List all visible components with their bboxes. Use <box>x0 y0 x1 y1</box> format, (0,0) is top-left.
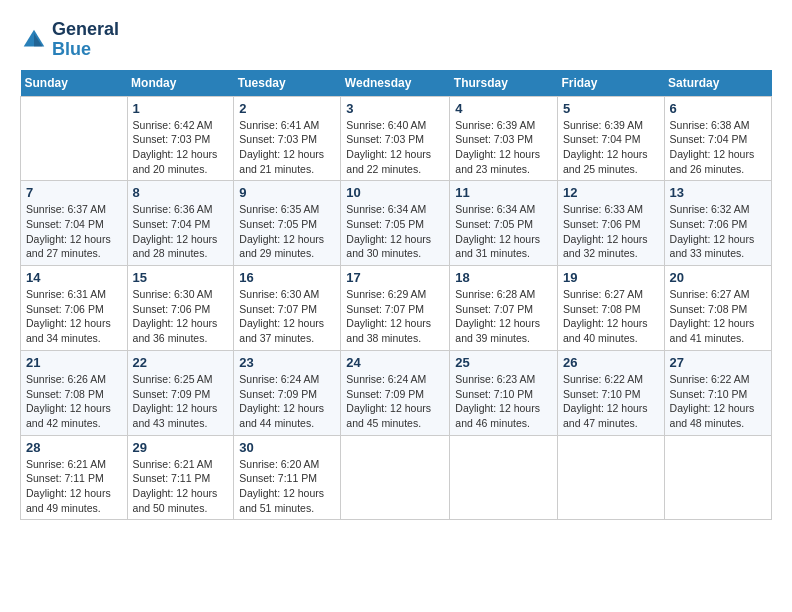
day-info: Sunrise: 6:20 AMSunset: 7:11 PMDaylight:… <box>239 457 335 516</box>
days-header-row: SundayMondayTuesdayWednesdayThursdayFrid… <box>21 70 772 97</box>
day-info: Sunrise: 6:42 AMSunset: 7:03 PMDaylight:… <box>133 118 229 177</box>
logo-text: General Blue <box>52 20 119 60</box>
day-number: 30 <box>239 440 335 455</box>
week-row-5: 28Sunrise: 6:21 AMSunset: 7:11 PMDayligh… <box>21 435 772 520</box>
day-number: 24 <box>346 355 444 370</box>
day-info: Sunrise: 6:35 AMSunset: 7:05 PMDaylight:… <box>239 202 335 261</box>
day-number: 16 <box>239 270 335 285</box>
day-cell-16: 16Sunrise: 6:30 AMSunset: 7:07 PMDayligh… <box>234 266 341 351</box>
day-info: Sunrise: 6:22 AMSunset: 7:10 PMDaylight:… <box>670 372 766 431</box>
day-info: Sunrise: 6:32 AMSunset: 7:06 PMDaylight:… <box>670 202 766 261</box>
day-cell-19: 19Sunrise: 6:27 AMSunset: 7:08 PMDayligh… <box>557 266 664 351</box>
day-number: 2 <box>239 101 335 116</box>
day-info: Sunrise: 6:41 AMSunset: 7:03 PMDaylight:… <box>239 118 335 177</box>
day-number: 22 <box>133 355 229 370</box>
day-info: Sunrise: 6:24 AMSunset: 7:09 PMDaylight:… <box>346 372 444 431</box>
empty-cell <box>664 435 771 520</box>
day-number: 25 <box>455 355 552 370</box>
day-cell-6: 6Sunrise: 6:38 AMSunset: 7:04 PMDaylight… <box>664 96 771 181</box>
day-info: Sunrise: 6:27 AMSunset: 7:08 PMDaylight:… <box>670 287 766 346</box>
empty-cell <box>450 435 558 520</box>
day-header-friday: Friday <box>557 70 664 97</box>
day-info: Sunrise: 6:29 AMSunset: 7:07 PMDaylight:… <box>346 287 444 346</box>
day-info: Sunrise: 6:40 AMSunset: 7:03 PMDaylight:… <box>346 118 444 177</box>
day-info: Sunrise: 6:30 AMSunset: 7:07 PMDaylight:… <box>239 287 335 346</box>
week-row-1: 1Sunrise: 6:42 AMSunset: 7:03 PMDaylight… <box>21 96 772 181</box>
day-info: Sunrise: 6:39 AMSunset: 7:04 PMDaylight:… <box>563 118 659 177</box>
day-number: 7 <box>26 185 122 200</box>
logo: General Blue <box>20 20 119 60</box>
day-number: 6 <box>670 101 766 116</box>
day-header-thursday: Thursday <box>450 70 558 97</box>
day-header-sunday: Sunday <box>21 70 128 97</box>
day-cell-26: 26Sunrise: 6:22 AMSunset: 7:10 PMDayligh… <box>557 350 664 435</box>
day-number: 11 <box>455 185 552 200</box>
day-number: 17 <box>346 270 444 285</box>
day-info: Sunrise: 6:27 AMSunset: 7:08 PMDaylight:… <box>563 287 659 346</box>
day-info: Sunrise: 6:39 AMSunset: 7:03 PMDaylight:… <box>455 118 552 177</box>
day-cell-1: 1Sunrise: 6:42 AMSunset: 7:03 PMDaylight… <box>127 96 234 181</box>
page-header: General Blue <box>20 20 772 60</box>
day-cell-25: 25Sunrise: 6:23 AMSunset: 7:10 PMDayligh… <box>450 350 558 435</box>
day-info: Sunrise: 6:31 AMSunset: 7:06 PMDaylight:… <box>26 287 122 346</box>
day-info: Sunrise: 6:34 AMSunset: 7:05 PMDaylight:… <box>455 202 552 261</box>
day-number: 13 <box>670 185 766 200</box>
day-number: 3 <box>346 101 444 116</box>
day-cell-7: 7Sunrise: 6:37 AMSunset: 7:04 PMDaylight… <box>21 181 128 266</box>
day-info: Sunrise: 6:23 AMSunset: 7:10 PMDaylight:… <box>455 372 552 431</box>
day-number: 10 <box>346 185 444 200</box>
empty-cell <box>21 96 128 181</box>
day-info: Sunrise: 6:36 AMSunset: 7:04 PMDaylight:… <box>133 202 229 261</box>
day-cell-2: 2Sunrise: 6:41 AMSunset: 7:03 PMDaylight… <box>234 96 341 181</box>
calendar-table: SundayMondayTuesdayWednesdayThursdayFrid… <box>20 70 772 521</box>
day-number: 8 <box>133 185 229 200</box>
day-cell-21: 21Sunrise: 6:26 AMSunset: 7:08 PMDayligh… <box>21 350 128 435</box>
day-header-tuesday: Tuesday <box>234 70 341 97</box>
day-header-monday: Monday <box>127 70 234 97</box>
day-cell-30: 30Sunrise: 6:20 AMSunset: 7:11 PMDayligh… <box>234 435 341 520</box>
day-cell-20: 20Sunrise: 6:27 AMSunset: 7:08 PMDayligh… <box>664 266 771 351</box>
day-number: 28 <box>26 440 122 455</box>
day-number: 4 <box>455 101 552 116</box>
day-number: 1 <box>133 101 229 116</box>
day-cell-11: 11Sunrise: 6:34 AMSunset: 7:05 PMDayligh… <box>450 181 558 266</box>
day-number: 19 <box>563 270 659 285</box>
day-number: 21 <box>26 355 122 370</box>
day-cell-27: 27Sunrise: 6:22 AMSunset: 7:10 PMDayligh… <box>664 350 771 435</box>
day-cell-5: 5Sunrise: 6:39 AMSunset: 7:04 PMDaylight… <box>557 96 664 181</box>
day-info: Sunrise: 6:21 AMSunset: 7:11 PMDaylight:… <box>26 457 122 516</box>
day-info: Sunrise: 6:34 AMSunset: 7:05 PMDaylight:… <box>346 202 444 261</box>
day-number: 9 <box>239 185 335 200</box>
day-info: Sunrise: 6:33 AMSunset: 7:06 PMDaylight:… <box>563 202 659 261</box>
day-header-wednesday: Wednesday <box>341 70 450 97</box>
day-number: 29 <box>133 440 229 455</box>
day-number: 26 <box>563 355 659 370</box>
day-cell-15: 15Sunrise: 6:30 AMSunset: 7:06 PMDayligh… <box>127 266 234 351</box>
day-number: 20 <box>670 270 766 285</box>
day-cell-8: 8Sunrise: 6:36 AMSunset: 7:04 PMDaylight… <box>127 181 234 266</box>
empty-cell <box>341 435 450 520</box>
day-number: 18 <box>455 270 552 285</box>
day-header-saturday: Saturday <box>664 70 771 97</box>
day-cell-3: 3Sunrise: 6:40 AMSunset: 7:03 PMDaylight… <box>341 96 450 181</box>
day-number: 27 <box>670 355 766 370</box>
empty-cell <box>557 435 664 520</box>
day-info: Sunrise: 6:28 AMSunset: 7:07 PMDaylight:… <box>455 287 552 346</box>
day-info: Sunrise: 6:25 AMSunset: 7:09 PMDaylight:… <box>133 372 229 431</box>
day-info: Sunrise: 6:26 AMSunset: 7:08 PMDaylight:… <box>26 372 122 431</box>
day-info: Sunrise: 6:22 AMSunset: 7:10 PMDaylight:… <box>563 372 659 431</box>
day-cell-10: 10Sunrise: 6:34 AMSunset: 7:05 PMDayligh… <box>341 181 450 266</box>
day-info: Sunrise: 6:21 AMSunset: 7:11 PMDaylight:… <box>133 457 229 516</box>
day-cell-24: 24Sunrise: 6:24 AMSunset: 7:09 PMDayligh… <box>341 350 450 435</box>
day-cell-4: 4Sunrise: 6:39 AMSunset: 7:03 PMDaylight… <box>450 96 558 181</box>
day-cell-12: 12Sunrise: 6:33 AMSunset: 7:06 PMDayligh… <box>557 181 664 266</box>
day-cell-9: 9Sunrise: 6:35 AMSunset: 7:05 PMDaylight… <box>234 181 341 266</box>
day-cell-14: 14Sunrise: 6:31 AMSunset: 7:06 PMDayligh… <box>21 266 128 351</box>
logo-icon <box>20 26 48 54</box>
day-cell-23: 23Sunrise: 6:24 AMSunset: 7:09 PMDayligh… <box>234 350 341 435</box>
day-number: 5 <box>563 101 659 116</box>
day-info: Sunrise: 6:38 AMSunset: 7:04 PMDaylight:… <box>670 118 766 177</box>
day-cell-29: 29Sunrise: 6:21 AMSunset: 7:11 PMDayligh… <box>127 435 234 520</box>
day-number: 23 <box>239 355 335 370</box>
week-row-3: 14Sunrise: 6:31 AMSunset: 7:06 PMDayligh… <box>21 266 772 351</box>
